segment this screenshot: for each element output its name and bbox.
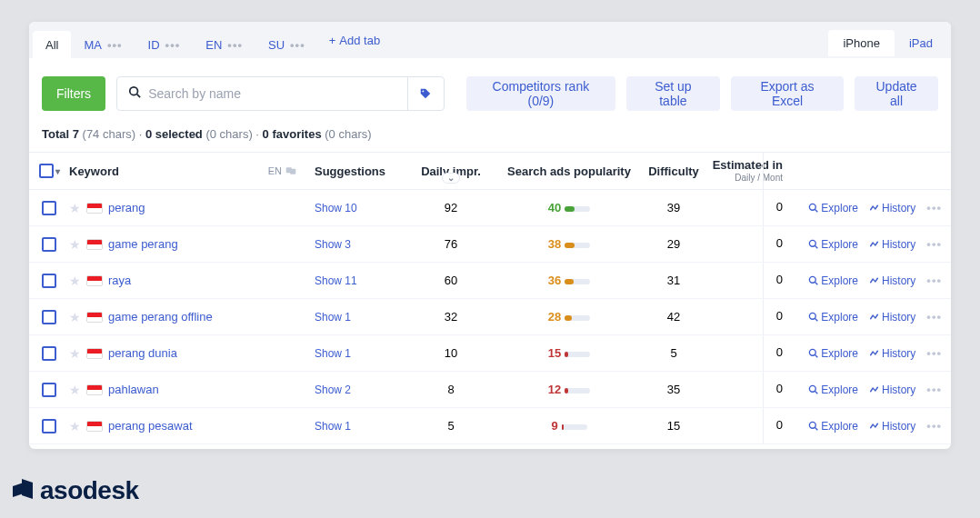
col-keyword[interactable]: Keyword (69, 164, 119, 178)
star-icon[interactable]: ★ (69, 419, 81, 433)
more-icon[interactable]: ••• (926, 310, 942, 324)
more-icon[interactable]: ••• (926, 346, 942, 360)
difficulty-value: 39 (637, 201, 710, 214)
explore-link[interactable]: Explore (808, 420, 858, 433)
row-checkbox[interactable] (42, 419, 56, 433)
chevron-down-icon[interactable]: ▾ (55, 166, 60, 176)
row-checkbox[interactable] (42, 383, 56, 397)
more-icon[interactable]: ••• (926, 237, 942, 251)
more-icon[interactable]: ••• (165, 38, 181, 52)
explore-link[interactable]: Explore (808, 384, 858, 396)
suggestions-link[interactable]: Show 2 (315, 384, 351, 396)
keyword-link[interactable]: perang dunia (108, 346, 177, 360)
more-icon[interactable]: ••• (926, 383, 942, 396)
select-all-checkbox[interactable] (39, 164, 54, 178)
suggestions-link[interactable]: Show 1 (315, 420, 351, 433)
keyword-link[interactable]: perang (108, 201, 145, 214)
export-button[interactable]: Export as Excel (731, 76, 844, 111)
svg-point-13 (810, 349, 816, 355)
star-icon[interactable]: ★ (69, 346, 81, 361)
locale-tab[interactable]: All (33, 31, 71, 58)
star-icon[interactable]: ★ (69, 383, 81, 397)
daily-impr-value: 60 (401, 274, 501, 287)
search-wrap (116, 76, 445, 111)
estimated-value: 0 (710, 274, 783, 286)
estimated-value: 0 (710, 310, 783, 323)
keyword-link[interactable]: pahlawan (108, 383, 159, 396)
keyword-link[interactable]: perang pesawat (108, 419, 193, 433)
lang-badge[interactable]: EN (268, 165, 296, 176)
history-link[interactable]: History (869, 384, 915, 396)
difficulty-value: 29 (637, 237, 710, 251)
brand-name: asodesk (40, 476, 139, 505)
svg-point-7 (810, 240, 816, 246)
estimated-value: 0 (710, 237, 783, 250)
col-estimated[interactable]: Estimated in Daily / Mont (710, 159, 783, 182)
chevron-down-icon[interactable]: ⌄ (442, 173, 460, 184)
difficulty-value: 5 (637, 346, 710, 360)
table-row: ★game perang offlineShow 13228420Explore… (29, 299, 951, 335)
col-suggestions[interactable]: Suggestions (315, 164, 401, 178)
add-tab-button[interactable]: + Add tab (318, 34, 391, 47)
row-checkbox[interactable] (42, 346, 56, 361)
col-sap[interactable]: Search ads popularity (501, 164, 637, 178)
logo-mark-icon (13, 481, 33, 501)
star-icon[interactable]: ★ (69, 237, 81, 252)
history-link[interactable]: History (869, 238, 915, 251)
svg-line-12 (815, 319, 818, 322)
star-icon[interactable]: ★ (69, 274, 81, 288)
more-icon[interactable]: ••• (107, 38, 123, 52)
daily-impr-value: 8 (401, 383, 501, 396)
history-link[interactable]: History (869, 347, 915, 360)
device-tab[interactable]: iPad (895, 30, 947, 56)
more-icon[interactable]: ••• (290, 38, 305, 52)
device-tab[interactable]: iPhone (828, 30, 894, 56)
explore-link[interactable]: Explore (808, 238, 858, 251)
sap-cell: 40 (501, 201, 637, 214)
explore-link[interactable]: Explore (808, 311, 858, 324)
setup-table-button[interactable]: Set up table (626, 76, 720, 111)
star-icon[interactable]: ★ (69, 310, 81, 324)
keyword-link[interactable]: game perang (108, 237, 178, 251)
tab-label: EN (205, 38, 222, 52)
table-row: ★perang pesawatShow 159150ExploreHistory… (29, 408, 951, 444)
row-checkbox[interactable] (42, 237, 56, 252)
svg-point-15 (810, 385, 816, 392)
locale-tab[interactable]: EN••• (193, 31, 255, 58)
search-tag-button[interactable] (407, 77, 444, 110)
history-link[interactable]: History (869, 420, 915, 433)
keyword-link[interactable]: game perang offline (108, 310, 213, 324)
more-icon[interactable]: ••• (926, 274, 942, 287)
row-checkbox[interactable] (42, 310, 56, 324)
suggestions-link[interactable]: Show 11 (315, 274, 357, 287)
more-icon[interactable]: ••• (227, 38, 243, 52)
history-link[interactable]: History (869, 202, 915, 214)
more-icon[interactable]: ••• (926, 419, 942, 433)
star-icon[interactable]: ★ (69, 201, 81, 215)
locale-tab[interactable]: MA••• (71, 31, 135, 58)
toolbar: Filters Competitors rank (0/9) Set up ta… (29, 58, 951, 127)
explore-link[interactable]: Explore (808, 202, 858, 214)
col-difficulty[interactable]: Difficulty (637, 164, 710, 178)
suggestions-link[interactable]: Show 1 (315, 347, 351, 360)
more-icon[interactable]: ••• (926, 201, 942, 214)
explore-link[interactable]: Explore (808, 274, 858, 287)
flag-icon (86, 203, 103, 214)
history-link[interactable]: History (869, 311, 915, 324)
row-checkbox[interactable] (42, 201, 56, 215)
search-input[interactable] (148, 86, 396, 101)
explore-link[interactable]: Explore (808, 347, 858, 360)
keyword-link[interactable]: raya (108, 274, 131, 287)
filters-button[interactable]: Filters (42, 76, 105, 111)
suggestions-link[interactable]: Show 10 (315, 202, 357, 214)
competitors-button[interactable]: Competitors rank (0/9) (466, 76, 615, 111)
history-link[interactable]: History (869, 274, 915, 287)
locale-tab[interactable]: SU••• (255, 31, 318, 58)
update-all-button[interactable]: Update all (855, 76, 938, 111)
svg-line-14 (815, 355, 818, 358)
row-checkbox[interactable] (42, 274, 56, 288)
tab-label: SU (268, 38, 285, 52)
locale-tab[interactable]: ID••• (135, 31, 194, 58)
suggestions-link[interactable]: Show 1 (315, 311, 351, 324)
suggestions-link[interactable]: Show 3 (315, 238, 351, 251)
